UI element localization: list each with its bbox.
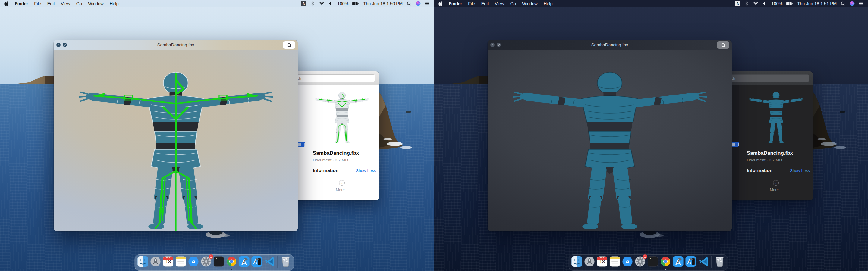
dock-calendar[interactable]: JUN 18: [596, 256, 608, 267]
spotlight-icon[interactable]: [841, 1, 846, 6]
fullscreen-button[interactable]: [63, 43, 67, 47]
menu-bar-status: A 100% Thu Jun 18 1:50 PM: [301, 1, 430, 6]
dock-trash[interactable]: [714, 256, 726, 267]
divider: [313, 165, 376, 165]
calendar-month: JUN: [596, 257, 608, 259]
desktop-dark: Finder File Edit View Go Window Help A 1…: [434, 0, 868, 271]
selected-file-icon[interactable]: [732, 141, 739, 147]
spotlight-icon[interactable]: [407, 1, 412, 6]
dock-chrome[interactable]: [660, 256, 672, 267]
dock-terminal[interactable]: >_: [213, 256, 225, 267]
more-ellipsis-icon: …: [339, 180, 345, 186]
preview-pane: SambaDancing.fbx Document - 3.7 MB Infor…: [739, 85, 813, 200]
menu-help[interactable]: Help: [544, 1, 553, 6]
more-button[interactable]: … More...: [739, 176, 813, 192]
dock-terminal[interactable]: >_: [647, 256, 659, 267]
menu-window[interactable]: Window: [522, 1, 538, 6]
dock-divider: [278, 256, 278, 268]
input-source-icon[interactable]: A: [301, 1, 306, 6]
dock-xcode[interactable]: [673, 256, 684, 267]
menu-window[interactable]: Window: [88, 1, 104, 6]
more-label: More...: [739, 188, 813, 192]
quicklook-window: SambaDancing.fbx: [488, 40, 732, 231]
close-button[interactable]: [490, 43, 495, 47]
share-button[interactable]: [283, 41, 295, 49]
app-menu-finder[interactable]: Finder: [15, 1, 28, 6]
window-title: SambaDancing.fbx: [54, 42, 298, 47]
apple-menu-icon[interactable]: [438, 1, 443, 6]
battery-icon[interactable]: [786, 1, 793, 6]
dock-vscode[interactable]: [264, 256, 276, 267]
calendar-day: 18: [162, 259, 174, 265]
dock-app-store[interactable]: A: [622, 256, 633, 267]
file-info: Document - 3.7 MB: [313, 158, 375, 162]
wifi-icon[interactable]: [753, 1, 758, 6]
dock-notes[interactable]: [609, 256, 621, 267]
selected-file-icon[interactable]: [298, 141, 305, 147]
menu-edit[interactable]: Edit: [481, 1, 489, 6]
menu-bar-left: Finder File Edit View Go Window Help: [4, 1, 119, 6]
running-indicator: [231, 269, 232, 270]
quicklook-3d-viewport[interactable]: [488, 50, 732, 231]
calendar-day: 18: [596, 259, 608, 265]
menu-bar-clock[interactable]: Thu Jun 18 1:51 PM: [797, 1, 837, 6]
input-source-icon[interactable]: A: [735, 1, 740, 6]
dock-trash[interactable]: [280, 256, 292, 267]
notification-center-icon[interactable]: [425, 1, 430, 6]
dock-xcode[interactable]: [239, 256, 250, 267]
menu-file[interactable]: File: [34, 1, 41, 6]
menu-edit[interactable]: Edit: [47, 1, 55, 6]
dock: JUN 18 A 1 >_: [135, 255, 294, 271]
app-menu-finder[interactable]: Finder: [449, 1, 462, 6]
share-button[interactable]: [717, 41, 729, 49]
apple-menu-icon[interactable]: [4, 1, 9, 6]
dock-chrome[interactable]: [226, 256, 238, 267]
dock-system-preferences[interactable]: 1: [200, 256, 212, 267]
menu-file[interactable]: File: [468, 1, 475, 6]
bluetooth-icon[interactable]: [744, 1, 749, 6]
desktop-light: Finder File Edit View Go Window Help A 1…: [0, 0, 434, 271]
dual-desktop-comparison: Finder File Edit View Go Window Help A 1…: [0, 0, 868, 271]
dock-notes[interactable]: [175, 256, 187, 267]
bluetooth-icon[interactable]: [310, 1, 315, 6]
dock: JUN 18 A 1 >_: [569, 255, 728, 271]
dock-launchpad[interactable]: [584, 256, 595, 267]
show-less-link[interactable]: Show Less: [790, 168, 810, 173]
siri-icon[interactable]: [849, 1, 855, 6]
menu-bar-left: Finder File Edit View Go Window Help: [438, 1, 553, 6]
siri-icon[interactable]: [415, 1, 421, 6]
notification-center-icon[interactable]: [859, 1, 864, 6]
menu-help[interactable]: Help: [110, 1, 119, 6]
dock-simulator[interactable]: [685, 256, 697, 267]
dock-calendar[interactable]: JUN 18: [162, 256, 174, 267]
dock-app-store[interactable]: A: [188, 256, 199, 267]
menu-go[interactable]: Go: [510, 1, 516, 6]
volume-icon[interactable]: [328, 1, 333, 6]
menu-view[interactable]: View: [495, 1, 504, 6]
dock-launchpad[interactable]: [150, 256, 161, 267]
more-ellipsis-icon: …: [773, 180, 779, 186]
battery-icon[interactable]: [352, 1, 359, 6]
dock-simulator[interactable]: [251, 256, 263, 267]
file-thumbnail-wireframe: [315, 90, 370, 148]
fullscreen-button[interactable]: [497, 43, 501, 47]
dock-vscode[interactable]: [698, 256, 710, 267]
dock-system-preferences[interactable]: 1: [634, 256, 646, 267]
more-button[interactable]: … More...: [305, 176, 379, 192]
menu-bar-clock[interactable]: Thu Jun 18 1:50 PM: [363, 1, 403, 6]
menu-bar: Finder File Edit View Go Window Help A 1…: [0, 0, 434, 7]
notification-badge: 1: [209, 255, 213, 259]
quicklook-3d-viewport[interactable]: [54, 50, 298, 231]
file-name: SambaDancing.fbx: [313, 150, 375, 156]
dock-finder[interactable]: [571, 256, 583, 267]
menu-go[interactable]: Go: [76, 1, 82, 6]
wifi-icon[interactable]: [319, 1, 324, 6]
show-less-link[interactable]: Show Less: [356, 168, 376, 173]
running-indicator: [665, 269, 666, 270]
dock-finder[interactable]: [137, 256, 149, 267]
terminal-prompt: >_: [649, 257, 653, 261]
close-button[interactable]: [56, 43, 61, 47]
menu-view[interactable]: View: [61, 1, 70, 6]
information-row: Information Show Less: [747, 168, 810, 173]
volume-icon[interactable]: [762, 1, 767, 6]
